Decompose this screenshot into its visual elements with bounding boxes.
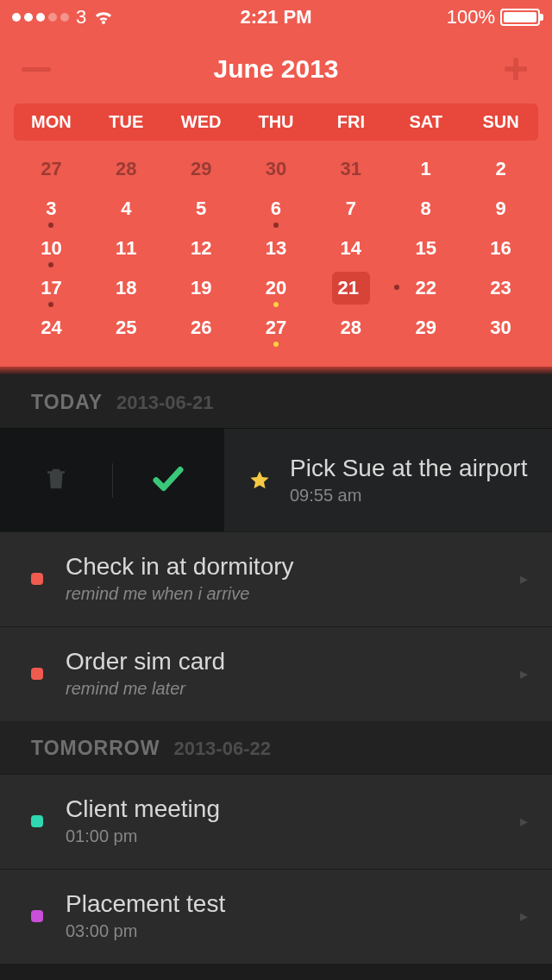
- weekday-wed: WED: [164, 104, 239, 141]
- section-date: 2013-06-21: [116, 392, 214, 414]
- calendar: MON TUE WED THU FRI SAT SUN 272829303112…: [0, 93, 552, 367]
- task-subtitle: 01:00 pm: [66, 826, 520, 846]
- chevron-right-icon: ▸: [520, 664, 528, 683]
- header-title: June 2013: [55, 54, 497, 84]
- calendar-day[interactable]: 15: [388, 229, 463, 268]
- delete-action[interactable]: [0, 466, 112, 495]
- calendar-day[interactable]: 27: [14, 149, 89, 189]
- calendar-weekday-header: MON TUE WED THU FRI SAT SUN: [14, 104, 538, 141]
- hamburger-icon: [22, 67, 51, 72]
- task-row[interactable]: Check in at dormitory remind me when i a…: [0, 531, 552, 626]
- swipe-actions: [0, 429, 224, 531]
- task-content[interactable]: Pick Sue at the airport 09:55 am: [224, 429, 552, 531]
- plus-icon: [501, 54, 530, 84]
- calendar-day[interactable]: 28: [89, 149, 164, 189]
- calendar-day[interactable]: 22: [388, 268, 463, 308]
- section-header-tomorrow: TOMORROW 2013-06-22: [0, 721, 552, 774]
- calendar-day[interactable]: 5: [164, 189, 239, 229]
- chevron-right-icon: ▸: [520, 907, 528, 926]
- calendar-day[interactable]: 1: [388, 149, 463, 189]
- calendar-day[interactable]: 26: [164, 308, 239, 348]
- calendar-day[interactable]: 21: [313, 268, 388, 308]
- chevron-right-icon: ▸: [520, 812, 528, 831]
- calendar-grid: 2728293031123456789101112131415161718192…: [14, 149, 538, 348]
- calendar-day[interactable]: 19: [164, 268, 239, 308]
- calendar-day[interactable]: 6: [239, 189, 314, 229]
- add-button[interactable]: [497, 50, 535, 88]
- task-subtitle: 03:00 pm: [66, 921, 520, 941]
- calendar-day[interactable]: 29: [164, 149, 239, 189]
- status-bar: 3 2:21 PM 100%: [0, 0, 552, 35]
- calendar-day[interactable]: 10: [14, 229, 89, 268]
- weekday-tue: TUE: [89, 104, 164, 141]
- calendar-day[interactable]: 27: [239, 308, 314, 348]
- calendar-day[interactable]: 23: [463, 268, 538, 308]
- menu-button[interactable]: [17, 50, 55, 88]
- calendar-day[interactable]: 11: [89, 229, 164, 268]
- event-dot-icon: [273, 342, 279, 347]
- calendar-day[interactable]: 24: [14, 308, 89, 348]
- complete-action[interactable]: [113, 461, 225, 500]
- event-dot-icon: [273, 302, 279, 307]
- task-color-tag: [31, 910, 43, 922]
- calendar-day[interactable]: 12: [164, 229, 239, 268]
- signal-strength-icon: [12, 13, 69, 22]
- carrier-label: 3: [76, 6, 86, 28]
- star-icon: [248, 469, 271, 492]
- calendar-day[interactable]: 28: [313, 308, 388, 348]
- calendar-day[interactable]: 3: [14, 189, 89, 229]
- task-row[interactable]: Client meeting 01:00 pm ▸: [0, 774, 552, 869]
- chevron-right-icon: ▸: [520, 569, 528, 588]
- calendar-day[interactable]: 4: [89, 189, 164, 229]
- calendar-day[interactable]: 18: [89, 268, 164, 308]
- calendar-day[interactable]: 16: [463, 229, 538, 268]
- section-header-today: TODAY 2013-06-21: [0, 375, 552, 428]
- task-subtitle: 09:55 am: [290, 486, 552, 506]
- calendar-day[interactable]: 20: [239, 268, 314, 308]
- event-dot-icon: [48, 223, 53, 228]
- calendar-day[interactable]: 9: [463, 189, 538, 229]
- calendar-day[interactable]: 7: [313, 189, 388, 229]
- task-title: Client meeting: [66, 795, 520, 823]
- weekday-thu: THU: [239, 104, 314, 141]
- calendar-day[interactable]: 2: [463, 149, 538, 189]
- calendar-shadow: [0, 367, 552, 375]
- task-title: Placement test: [66, 890, 520, 918]
- task-subtitle: remind me later: [66, 679, 520, 699]
- task-color-tag: [31, 573, 43, 585]
- check-icon: [150, 461, 186, 500]
- task-color-tag: [31, 815, 43, 827]
- calendar-day[interactable]: 30: [463, 308, 538, 348]
- weekday-fri: FRI: [313, 104, 388, 141]
- task-title: Pick Sue at the airport: [290, 455, 552, 482]
- section-label: TODAY: [31, 391, 103, 414]
- app-header: June 2013: [0, 35, 552, 93]
- weekday-sat: SAT: [388, 104, 463, 141]
- calendar-day[interactable]: 31: [313, 149, 388, 189]
- task-row[interactable]: Order sim card remind me later ▸: [0, 626, 552, 721]
- section-date: 2013-06-22: [173, 738, 271, 760]
- weekday-sun: SUN: [463, 104, 538, 141]
- wifi-icon: [93, 7, 114, 28]
- trash-icon: [43, 466, 69, 495]
- calendar-day[interactable]: 14: [313, 229, 388, 268]
- task-subtitle: remind me when i arrive: [66, 584, 520, 604]
- weekday-mon: MON: [14, 104, 89, 141]
- task-color-tag: [31, 668, 43, 680]
- event-dot-icon: [48, 302, 53, 307]
- calendar-day[interactable]: 8: [388, 189, 463, 229]
- status-time: 2:21 PM: [188, 6, 364, 28]
- event-dot-icon: [273, 223, 279, 228]
- calendar-day[interactable]: 30: [239, 149, 314, 189]
- calendar-day[interactable]: 17: [14, 268, 89, 308]
- battery-percent: 100%: [447, 6, 495, 28]
- task-row[interactable]: Placement test 03:00 pm ▸: [0, 869, 552, 964]
- task-row-swiped[interactable]: Pick Sue at the airport 09:55 am: [0, 428, 552, 531]
- calendar-day[interactable]: 29: [388, 308, 463, 348]
- calendar-day[interactable]: 25: [89, 308, 164, 348]
- section-label: TOMORROW: [31, 737, 160, 760]
- event-dot-icon: [48, 262, 53, 267]
- calendar-day[interactable]: 13: [239, 229, 314, 268]
- task-title: Order sim card: [66, 648, 520, 675]
- battery-indicator: 100%: [447, 6, 540, 28]
